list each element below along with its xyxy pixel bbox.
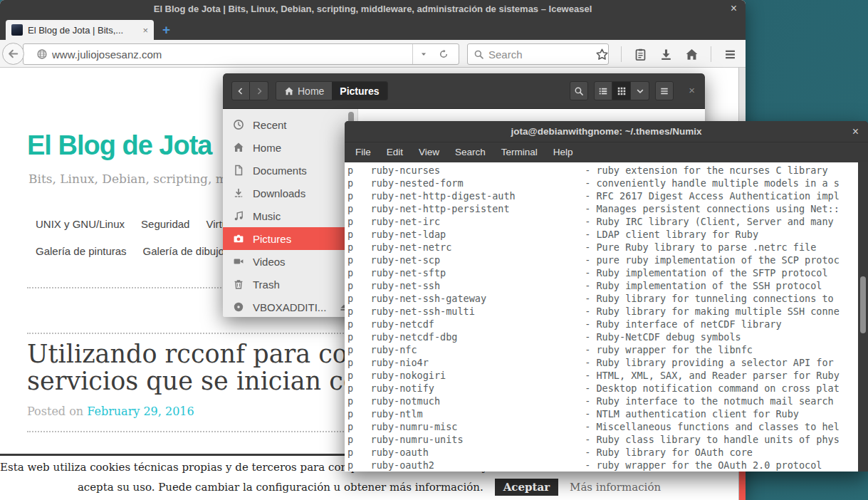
terminal-menu-help[interactable]: Help — [545, 142, 581, 162]
list-view-icon — [598, 86, 608, 96]
cookie-text-line2: acepta su uso. Puede cambiar la configur… — [78, 481, 483, 494]
home-icon — [233, 142, 244, 153]
terminal-window-title: jota@debianwithgnome: ~/.themes/Numix — [345, 121, 868, 142]
music-icon — [233, 210, 244, 222]
post-title-line2: servicios que se inician co — [27, 368, 363, 395]
terminal-screen[interactable]: p ruby-ncurses - ruby extension for the … — [345, 162, 858, 472]
download-icon — [233, 187, 244, 199]
post-title-line1: Utilizando rcconf para con — [27, 340, 363, 368]
chevron-down-icon — [635, 86, 645, 96]
clipboard-icon[interactable] — [634, 48, 647, 61]
tab-favicon — [11, 24, 23, 36]
close-icon[interactable]: × — [731, 0, 737, 17]
terminal-output: p ruby-ncurses - ruby extension for the … — [345, 162, 858, 472]
files-headerbar[interactable]: Home Pictures × — [223, 73, 705, 109]
sidebar-item-label: Home — [253, 142, 281, 154]
more-info-link[interactable]: Más información — [570, 481, 661, 494]
sidebar-item-pictures[interactable]: Pictures — [223, 227, 357, 250]
sidebar-item-label: Trash — [253, 278, 280, 291]
download-arrow-icon[interactable] — [659, 48, 673, 61]
files-sidebar: RecentHomeDocumentsDownloadsMusicPicture… — [223, 109, 358, 317]
browser-toolbar-actions — [595, 43, 737, 65]
toolbar-separator — [711, 46, 711, 62]
terminal-scrollbar[interactable] — [858, 162, 868, 472]
sidebar-item-home[interactable]: Home — [223, 136, 357, 159]
video-icon — [233, 256, 244, 267]
sidebar-item-trash[interactable]: Trash — [223, 273, 357, 296]
sidebar-item-vboxadditi-[interactable]: VBOXADDITI... — [223, 296, 357, 317]
camera-icon — [233, 233, 244, 244]
search-bar[interactable] — [467, 43, 609, 65]
search-button[interactable] — [570, 81, 588, 100]
browser-tab[interactable]: El Blog de Jota | Bits,... × — [6, 20, 154, 40]
new-tab-button[interactable]: + — [162, 20, 170, 40]
close-icon[interactable]: × — [852, 121, 859, 142]
sidebar-item-label: VBOXADDITI... — [253, 301, 326, 313]
sidebar-item-label: Documents — [253, 165, 307, 177]
posted-date-link[interactable]: February 29, 2016 — [87, 405, 194, 418]
nav-link[interactable]: Galería de pinturas — [36, 245, 127, 257]
chevron-left-icon — [236, 86, 246, 96]
post-title[interactable]: Utilizando rcconf para con servicios que… — [27, 340, 363, 395]
desktop: El Blog de Jota | Bits, Linux, Debian, s… — [0, 0, 868, 500]
star-icon[interactable] — [595, 48, 609, 61]
document-icon — [233, 165, 244, 176]
url-bar[interactable] — [23, 43, 459, 65]
terminal-scrollbar-thumb[interactable] — [860, 276, 866, 333]
tab-close-icon[interactable]: × — [142, 25, 148, 36]
terminal-menu-terminal[interactable]: Terminal — [493, 142, 545, 162]
sidebar-item-downloads[interactable]: Downloads — [223, 182, 357, 204]
blog-nav-row-2: Galería de pinturasGalería de dibujos — [36, 245, 229, 257]
menu-icon — [659, 86, 669, 96]
post-meta: Posted on February 29, 2016 — [27, 405, 194, 418]
search-icon — [574, 86, 584, 96]
tab-title: El Blog de Jota | Bits,... — [28, 25, 137, 36]
terminal-menu-search[interactable]: Search — [447, 142, 493, 162]
nav-link[interactable]: Galería de dibujos — [143, 245, 230, 257]
sidebar-item-label: Downloads — [253, 187, 305, 199]
disc-icon — [233, 301, 244, 313]
nav-back-button[interactable] — [231, 81, 250, 100]
site-title-link[interactable]: El Blog de Jota — [27, 130, 211, 161]
browser-tabbar: El Blog de Jota | Bits,... × + — [0, 18, 746, 40]
nav-forward-button[interactable] — [250, 81, 268, 100]
search-input[interactable] — [488, 48, 602, 61]
list-view-button[interactable] — [594, 81, 612, 100]
sidebar-item-documents[interactable]: Documents — [223, 159, 357, 182]
reload-icon[interactable] — [439, 49, 449, 59]
nav-link[interactable]: UNIX y GNU/Linux — [36, 218, 125, 230]
trash-icon — [233, 278, 244, 290]
browser-toolbar — [0, 40, 746, 68]
caret-down-icon[interactable] — [419, 49, 429, 59]
sidebar-item-videos[interactable]: Videos — [223, 250, 357, 273]
url-input[interactable] — [52, 48, 412, 61]
sidebar-item-label: Pictures — [253, 233, 291, 245]
posted-prefix: Posted on — [27, 405, 87, 418]
sidebar-item-recent[interactable]: Recent — [223, 113, 357, 136]
breadcrumb-home[interactable]: Home — [276, 82, 332, 100]
breadcrumb-pictures[interactable]: Pictures — [332, 82, 387, 100]
sidebar-item-music[interactable]: Music — [223, 204, 357, 227]
menu-icon[interactable] — [723, 48, 737, 61]
search-icon — [474, 49, 484, 60]
window-menu-button[interactable] — [655, 81, 674, 100]
sidebar-item-label: Videos — [253, 256, 286, 268]
grid-view-icon — [617, 86, 627, 96]
page-scrollbar-thumb[interactable] — [739, 467, 746, 500]
accept-cookies-button[interactable]: Aceptar — [495, 479, 558, 496]
nav-link[interactable]: Seguridad — [141, 218, 189, 230]
browser-titlebar[interactable]: El Blog de Jota | Bits, Linux, Debian, s… — [0, 0, 746, 18]
home-icon[interactable] — [685, 48, 699, 61]
globe-icon — [36, 48, 48, 60]
view-options-button[interactable] — [631, 81, 649, 100]
back-button[interactable] — [2, 43, 24, 65]
terminal-window: jota@debianwithgnome: ~/.themes/Numix × … — [345, 121, 868, 472]
back-arrow-icon — [7, 48, 19, 60]
grid-view-button[interactable] — [612, 81, 631, 100]
home-icon — [284, 86, 294, 96]
close-icon[interactable]: × — [689, 85, 695, 95]
terminal-menu-edit[interactable]: Edit — [379, 142, 411, 162]
terminal-menu-view[interactable]: View — [411, 142, 447, 162]
terminal-titlebar[interactable]: jota@debianwithgnome: ~/.themes/Numix × — [345, 121, 868, 142]
terminal-menu-file[interactable]: File — [347, 142, 379, 162]
